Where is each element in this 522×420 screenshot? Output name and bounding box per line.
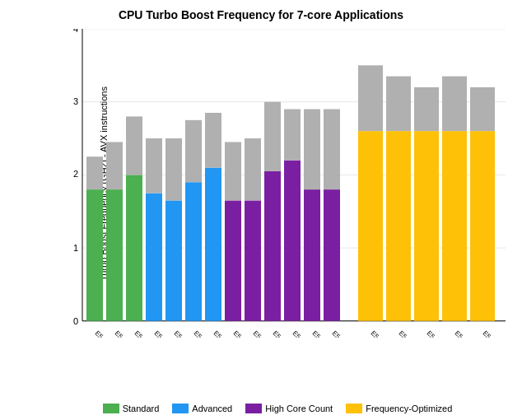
legend-label-standard: Standard	[123, 404, 160, 413]
svg-rect-35	[245, 200, 261, 320]
svg-text:0: 0	[73, 316, 78, 326]
svg-rect-20	[146, 194, 162, 321]
legend-swatch-fo	[346, 404, 362, 413]
svg-rect-42	[284, 110, 301, 161]
svg-rect-23	[165, 200, 182, 320]
svg-rect-62	[470, 131, 495, 321]
svg-rect-24	[165, 138, 182, 200]
legend-label-fo: Frequency-Optimized	[366, 404, 452, 413]
svg-rect-41	[284, 161, 301, 321]
svg-rect-48	[324, 110, 340, 190]
svg-rect-54	[386, 77, 411, 132]
svg-rect-51	[358, 65, 383, 131]
svg-text:E5-2699v4: E5-2699v4	[331, 329, 359, 338]
svg-rect-33	[225, 142, 241, 200]
svg-text:E5-2637v4: E5-2637v4	[398, 329, 426, 338]
chart-area: 0 1 2 3 4 E5-2620v4 E5-2630v4 E5-2	[49, 29, 506, 338]
legend-swatch-standard	[103, 404, 119, 413]
legend-item-advanced: Advanced	[172, 404, 232, 413]
svg-text:E5-2687Wv4: E5-2687Wv4	[482, 329, 506, 338]
svg-rect-39	[264, 102, 281, 171]
svg-rect-47	[324, 189, 340, 321]
svg-text:2: 2	[73, 169, 78, 179]
svg-rect-15	[106, 142, 123, 189]
svg-rect-17	[126, 175, 142, 320]
svg-rect-27	[185, 120, 202, 182]
chart-svg: 0 1 2 3 4 E5-2620v4 E5-2630v4 E5-2	[49, 29, 506, 338]
svg-rect-32	[225, 200, 241, 320]
svg-rect-38	[264, 171, 281, 321]
svg-rect-57	[414, 87, 439, 131]
svg-rect-53	[386, 131, 411, 321]
legend-swatch-advanced	[172, 404, 189, 413]
svg-text:E5-2643v4: E5-2643v4	[426, 329, 454, 338]
svg-rect-63	[470, 87, 495, 131]
bar-standard-0	[86, 189, 103, 321]
legend-label-advanced: Advanced	[192, 404, 232, 413]
svg-rect-26	[185, 182, 202, 320]
chart-container: CPU Turbo Boost Frequency for 7-core App…	[0, 0, 522, 420]
svg-text:E5-2623v4: E5-2623v4	[370, 329, 398, 338]
svg-text:3: 3	[73, 96, 78, 106]
legend-item-fo: Frequency-Optimized	[346, 404, 452, 413]
svg-rect-14	[106, 189, 123, 321]
legend-item-standard: Standard	[103, 404, 160, 413]
svg-rect-44	[304, 189, 320, 321]
svg-text:4: 4	[73, 29, 78, 34]
legend-swatch-hcc	[245, 404, 262, 413]
svg-rect-30	[205, 113, 221, 168]
legend-item-hcc: High Core Count	[245, 404, 333, 413]
svg-rect-36	[245, 138, 261, 200]
chart-title: CPU Turbo Boost Frequency for 7-core App…	[0, 0, 522, 21]
svg-rect-18	[126, 116, 142, 175]
legend-label-hcc: High Core Count	[265, 404, 333, 413]
svg-text:1: 1	[73, 243, 78, 253]
svg-rect-60	[442, 77, 467, 132]
svg-rect-21	[146, 138, 162, 194]
svg-rect-29	[205, 167, 221, 320]
svg-rect-59	[442, 131, 467, 321]
svg-rect-50	[358, 131, 383, 321]
chart-legend: Standard Advanced High Core Count Freque…	[49, 404, 506, 413]
svg-rect-56	[414, 131, 439, 321]
svg-rect-45	[304, 110, 320, 190]
svg-rect-12	[86, 156, 103, 189]
svg-text:E5-2667v4: E5-2667v4	[454, 329, 482, 338]
